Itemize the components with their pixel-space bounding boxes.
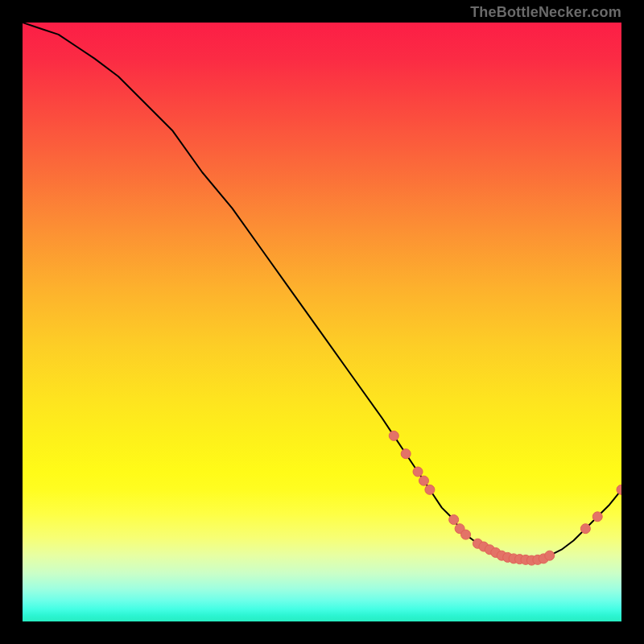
chart-point bbox=[425, 485, 435, 494]
chart-point bbox=[419, 476, 428, 485]
chart-point bbox=[461, 530, 471, 539]
chart-svg bbox=[23, 23, 621, 621]
chart-curve-group bbox=[23, 23, 621, 560]
chart-curve bbox=[23, 23, 621, 560]
chart-points-group bbox=[389, 431, 621, 565]
chart-point bbox=[401, 449, 411, 459]
chart-plot-area bbox=[23, 23, 621, 621]
chart-point bbox=[389, 431, 398, 440]
chart-point bbox=[617, 485, 621, 494]
chart-point bbox=[592, 512, 602, 522]
chart-point bbox=[545, 551, 555, 560]
chart-stage: TheBottleNecker.com bbox=[0, 0, 644, 644]
chart-point bbox=[580, 524, 590, 534]
watermark-text: TheBottleNecker.com bbox=[470, 4, 621, 21]
chart-point bbox=[413, 467, 423, 477]
chart-point bbox=[449, 515, 459, 525]
